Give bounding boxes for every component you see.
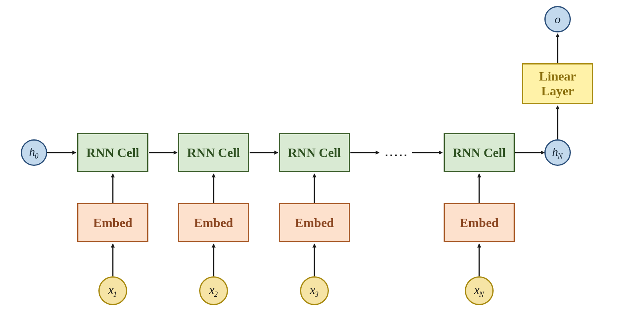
rnn-cell-2: RNN Cell [178, 133, 249, 172]
linear-layer: Linear Layer [522, 63, 593, 104]
node-xN-var: xN [474, 283, 484, 299]
embed-N: Embed [444, 203, 515, 242]
node-hN-var: hN [552, 145, 563, 161]
node-h0: h0 [21, 139, 47, 166]
rnn-cell-3: RNN Cell [279, 133, 350, 172]
embed-1: Embed [77, 203, 148, 242]
diagram-canvas: h0 RNN Cell RNN Cell RNN Cell RNN Cell .… [0, 0, 644, 316]
node-h0-var: h0 [29, 145, 39, 161]
node-o: o [544, 6, 571, 32]
node-hN: hN [544, 139, 571, 166]
node-x1-var: x1 [108, 283, 118, 299]
embed-N-label: Embed [460, 215, 499, 230]
rnn-cell-2-label: RNN Cell [187, 145, 240, 160]
embed-2: Embed [178, 203, 249, 242]
embed-3-label: Embed [295, 215, 334, 230]
node-o-var: o [555, 12, 561, 26]
rnn-cell-1: RNN Cell [77, 133, 148, 172]
embed-3: Embed [279, 203, 350, 242]
rnn-cell-N-label: RNN Cell [453, 145, 506, 160]
node-x3-var: x3 [310, 283, 319, 299]
embed-2-label: Embed [194, 215, 233, 230]
rnn-cell-3-label: RNN Cell [288, 145, 341, 160]
rnn-cell-N: RNN Cell [444, 133, 515, 172]
node-x3: x3 [300, 276, 329, 305]
node-x2: x2 [199, 276, 228, 305]
node-x1: x1 [98, 276, 127, 305]
node-x2-var: x2 [209, 283, 218, 299]
embed-1-label: Embed [93, 215, 132, 230]
rnn-cell-1-label: RNN Cell [86, 145, 139, 160]
node-xN: xN [465, 276, 494, 305]
linear-layer-label: Linear Layer [539, 69, 576, 99]
ellipsis-dots: ..... [385, 146, 409, 159]
